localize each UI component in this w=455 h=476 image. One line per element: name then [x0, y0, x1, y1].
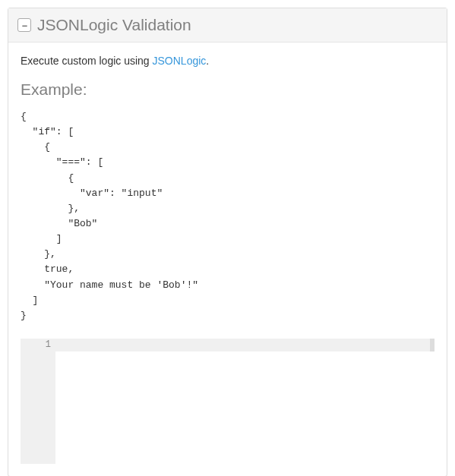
jsonlogic-validation-panel: － JSONLogic Validation Execute custom lo…: [8, 8, 447, 476]
code-editor[interactable]: 1: [21, 339, 434, 464]
jsonlogic-link[interactable]: JSONLogic: [153, 55, 207, 67]
editor-gutter: 1: [21, 339, 55, 464]
panel-body: Execute custom logic using JSONLogic. Ex…: [8, 43, 447, 476]
example-heading: Example:: [21, 80, 434, 99]
collapse-button[interactable]: －: [17, 18, 31, 32]
panel-header: － JSONLogic Validation: [8, 8, 447, 43]
editor-textarea[interactable]: [60, 339, 434, 464]
line-number: 1: [21, 339, 51, 351]
panel-title: JSONLogic Validation: [37, 16, 191, 34]
description-prefix: Execute custom logic using: [21, 55, 153, 67]
editor-content-area[interactable]: [55, 339, 434, 464]
description-suffix: .: [206, 55, 209, 67]
example-code: { "if": [ { "===": [ { "var": "input" },…: [21, 109, 434, 323]
description-text: Execute custom logic using JSONLogic.: [21, 55, 434, 67]
